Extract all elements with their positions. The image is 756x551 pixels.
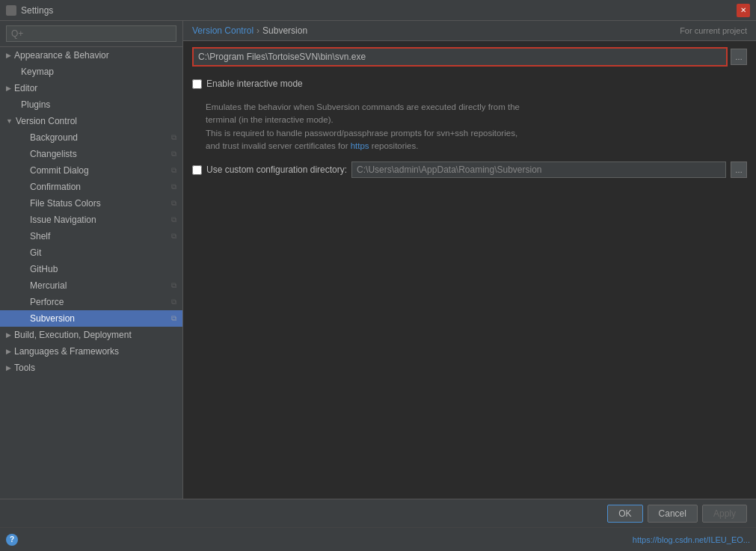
copy-icon: ⧉	[171, 150, 176, 158]
sidebar-item-confirmation[interactable]: Confirmation ⧉	[0, 179, 182, 195]
breadcrumb-current: Subversion	[262, 25, 307, 36]
sidebar-item-label: Version Control	[16, 116, 77, 126]
sidebar-item-label: Plugins	[21, 99, 50, 110]
sidebar-item-label: Languages & Frameworks	[14, 346, 119, 357]
breadcrumb: Version Control › Subversion For current…	[183, 21, 756, 41]
arrow-icon: ▶	[6, 364, 11, 372]
title-bar-left: Settings	[6, 5, 53, 16]
apply-button[interactable]: Apply	[702, 505, 747, 523]
interactive-mode-checkbox[interactable]	[192, 79, 202, 89]
title-bar: Settings ✕	[0, 0, 756, 21]
sidebar: ▶ Appearance & Behavior Keymap ▶ Editor …	[0, 21, 183, 527]
ok-button[interactable]: OK	[607, 505, 642, 523]
copy-icon: ⧉	[171, 314, 176, 323]
sidebar-item-languages[interactable]: ▶ Languages & Frameworks	[0, 343, 182, 360]
config-browse-button[interactable]: …	[731, 161, 747, 178]
search-box	[0, 21, 182, 47]
sidebar-item-label: Keymap	[21, 67, 54, 77]
search-input[interactable]	[6, 25, 176, 42]
sidebar-item-plugins[interactable]: Plugins	[0, 96, 182, 113]
cancel-button[interactable]: Cancel	[648, 505, 698, 523]
browse-button[interactable]: …	[731, 49, 747, 65]
sidebar-item-label: Shelf	[30, 231, 50, 241]
copy-icon: ⧉	[171, 166, 176, 175]
sidebar-item-label: Appearance & Behavior	[14, 50, 109, 61]
sidebar-item-label: Perforce	[30, 297, 64, 307]
breadcrumb-right: For current project	[680, 26, 747, 35]
breadcrumb-parent[interactable]: Version Control	[192, 25, 253, 36]
sidebar-item-shelf[interactable]: Shelf ⧉	[0, 228, 182, 244]
status-link[interactable]: https://blog.csdn.net/ILEU_EO...	[633, 535, 750, 544]
sidebar-item-github[interactable]: GitHub	[0, 261, 182, 277]
sidebar-item-label: Build, Execution, Deployment	[14, 330, 132, 340]
sidebar-item-commit-dialog[interactable]: Commit Dialog ⧉	[0, 162, 182, 179]
desc-line2: terminal (in the interactive mode).	[206, 115, 334, 124]
copy-icon: ⧉	[171, 232, 176, 241]
sidebar-item-label: File Status Colors	[30, 198, 101, 209]
config-dir-label: Use custom configuration directory:	[192, 164, 347, 175]
sidebar-item-label: Background	[30, 132, 78, 143]
config-dir-input[interactable]	[351, 161, 726, 178]
copy-icon: ⧉	[171, 133, 176, 142]
arrow-icon: ▶	[6, 84, 11, 92]
desc-line4-suffix: repositories.	[369, 141, 419, 150]
config-dir-row: Use custom configuration directory: …	[183, 156, 756, 184]
sidebar-item-git[interactable]: Git	[0, 244, 182, 261]
arrow-icon: ▶	[6, 331, 11, 339]
close-button[interactable]: ✕	[737, 4, 750, 17]
sidebar-item-changelists[interactable]: Changelists ⧉	[0, 146, 182, 162]
copy-icon: ⧉	[171, 298, 176, 307]
main-container: ▶ Appearance & Behavior Keymap ▶ Editor …	[0, 21, 756, 527]
sidebar-item-label: GitHub	[30, 264, 58, 274]
arrow-icon: ▶	[6, 348, 11, 355]
window-title: Settings	[21, 5, 53, 16]
description-text: Emulates the behavior when Subversion co…	[183, 98, 756, 156]
copy-icon: ⧉	[171, 215, 176, 224]
custom-config-checkbox[interactable]	[192, 165, 202, 175]
copy-icon: ⧉	[171, 281, 176, 290]
desc-line4-prefix: and trust invalid server certificates fo…	[206, 141, 351, 150]
sidebar-item-label: Tools	[14, 363, 35, 373]
desc-line1: Emulates the behavior when Subversion co…	[206, 102, 520, 111]
arrow-icon: ▼	[6, 117, 13, 125]
svn-path-row: …	[183, 41, 756, 73]
sidebar-item-background[interactable]: Background ⧉	[0, 129, 182, 146]
sidebar-item-label: Git	[30, 247, 41, 258]
sidebar-item-subversion[interactable]: Subversion ⧉	[0, 310, 182, 327]
content-area: Version Control › Subversion For current…	[183, 21, 756, 527]
sidebar-item-keymap[interactable]: Keymap	[0, 64, 182, 80]
svn-path-input[interactable]	[194, 49, 726, 65]
sidebar-item-tools[interactable]: ▶ Tools	[0, 360, 182, 376]
sidebar-item-mercurial[interactable]: Mercurial ⧉	[0, 277, 182, 294]
sidebar-item-build[interactable]: ▶ Build, Execution, Deployment	[0, 327, 182, 343]
sidebar-item-label: Editor	[14, 83, 37, 93]
sidebar-item-perforce[interactable]: Perforce ⧉	[0, 294, 182, 310]
sidebar-item-label: Mercurial	[30, 280, 67, 291]
help-icon[interactable]: ?	[6, 534, 18, 546]
sidebar-item-appearance[interactable]: ▶ Appearance & Behavior	[0, 47, 182, 64]
breadcrumb-separator: ›	[256, 25, 259, 36]
copy-icon: ⧉	[171, 182, 176, 191]
interactive-mode-label[interactable]: Enable interactive mode	[206, 79, 303, 89]
sidebar-item-label: Confirmation	[30, 182, 81, 192]
desc-line3: This is required to handle password/pass…	[206, 129, 517, 138]
interactive-mode-row: Enable interactive mode	[192, 76, 747, 92]
copy-icon: ⧉	[171, 199, 176, 208]
https-link[interactable]: https	[351, 141, 369, 150]
sidebar-item-label: Changelists	[30, 149, 77, 159]
svn-path-input-wrapper	[192, 47, 728, 67]
bottom-bar: OK Cancel Apply	[0, 499, 756, 527]
status-bar: ? https://blog.csdn.net/ILEU_EO...	[0, 527, 756, 551]
interactive-mode-section: Enable interactive mode	[183, 73, 756, 98]
custom-config-label[interactable]: Use custom configuration directory:	[206, 164, 347, 175]
sidebar-item-file-status-colors[interactable]: File Status Colors ⧉	[0, 195, 182, 212]
sidebar-item-editor[interactable]: ▶ Editor	[0, 80, 182, 96]
sidebar-item-label: Commit Dialog	[30, 165, 89, 176]
app-icon	[6, 5, 16, 16]
sidebar-item-label: Subversion	[30, 313, 75, 324]
sidebar-item-label: Issue Navigation	[30, 215, 96, 225]
arrow-icon: ▶	[6, 52, 11, 59]
sidebar-item-issue-navigation[interactable]: Issue Navigation ⧉	[0, 212, 182, 228]
sidebar-item-version-control[interactable]: ▼ Version Control	[0, 113, 182, 129]
